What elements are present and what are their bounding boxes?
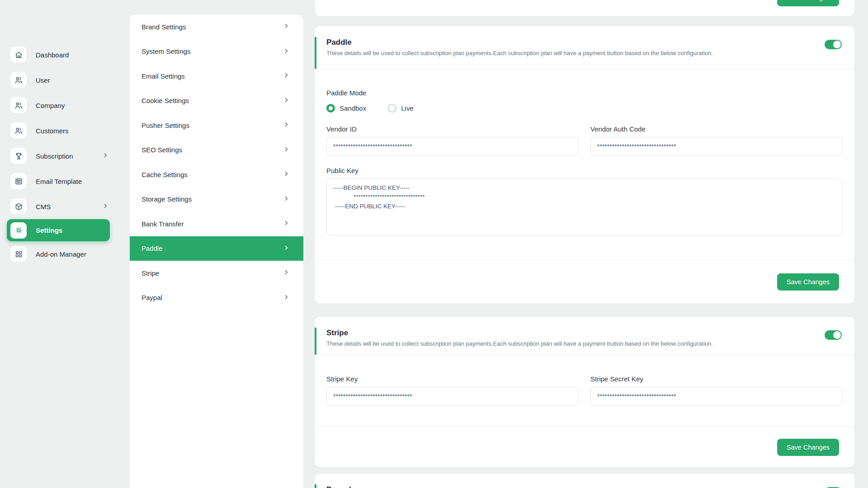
sidebar-item-email-template[interactable]: Email Template: [0, 169, 117, 194]
save-button[interactable]: Save Changes: [777, 0, 839, 6]
sidebar-item-label: Add-on Manager: [36, 250, 86, 258]
card-title: Paddle: [326, 38, 811, 47]
sidebar-item-customers[interactable]: Customers: [0, 118, 117, 143]
paddle-card: Paddle These details will be used to col…: [315, 26, 854, 304]
chevron-right-icon: [283, 195, 289, 203]
main-sidebar-list: Dashboard User Company Customers: [0, 42, 130, 267]
chevron-right-icon: [283, 47, 289, 56]
paddle-save-button[interactable]: Save Changes: [777, 273, 839, 291]
public-key-label: Public Key: [326, 167, 843, 174]
settings-nav-pusher-settings[interactable]: Pusher Settings: [130, 113, 303, 138]
radio-checked-icon: [326, 104, 335, 113]
vendor-auth-code-field-group: Vendor Auth Code: [590, 125, 843, 156]
settings-nav-storage-settings[interactable]: Storage Settings: [130, 187, 303, 212]
card-accent-bar: [315, 37, 316, 69]
settings-nav-bank-transfer[interactable]: Bank Transfer: [130, 211, 303, 236]
chevron-right-icon: [283, 220, 289, 228]
stripe-key-label: Stripe Key: [326, 375, 579, 383]
stripe-card: Stripe These details will be used to col…: [315, 317, 854, 467]
radio-unchecked-icon: [388, 104, 396, 113]
toggle-knob: [833, 331, 841, 339]
paddle-card-header: Paddle These details will be used to col…: [315, 26, 854, 69]
stripe-secret-key-label: Stripe Secret Key: [590, 375, 843, 383]
sidebar-item-cms[interactable]: CMS: [0, 194, 117, 219]
chevron-right-icon: [103, 152, 108, 160]
chevron-right-icon: [283, 72, 289, 80]
trophy-icon: [10, 148, 27, 164]
paddle-mode-label: Paddle Mode: [326, 89, 843, 97]
settings-nav-stripe[interactable]: Stripe: [130, 261, 303, 286]
sidebar-item-label: Email Template: [36, 178, 82, 185]
radio-label: Sandbox: [340, 104, 366, 112]
gear-icon: [10, 222, 27, 239]
chevron-right-icon: [283, 269, 289, 277]
users-icon: [10, 122, 27, 139]
settings-nav-label: Storage Settings: [142, 195, 192, 203]
settings-nav-email-settings[interactable]: Email Settings: [130, 64, 303, 89]
stripe-enable-toggle[interactable]: [825, 330, 842, 340]
settings-nav-label: Paddle: [142, 244, 163, 252]
stripe-save-button[interactable]: Save Changes: [777, 439, 839, 456]
settings-nav-cache-settings[interactable]: Cache Settings: [130, 162, 303, 187]
chevron-right-icon: [283, 121, 289, 129]
sidebar-item-label: Dashboard: [36, 51, 69, 59]
stripe-key-input[interactable]: [326, 387, 579, 406]
toggle-knob: [833, 41, 841, 48]
radio-label: Live: [401, 104, 414, 112]
chevron-right-icon: [283, 23, 289, 31]
previous-card-partial: Save Changes: [315, 0, 854, 16]
chevron-right-icon: [283, 146, 289, 154]
main-sidebar: Dashboard User Company Customers: [0, 0, 130, 488]
chevron-right-icon: [283, 294, 289, 302]
chevron-right-icon: [283, 170, 289, 178]
paddle-card-body: Paddle Mode Sandbox Live Vendor ID: [315, 69, 854, 260]
settings-subnav: Brand Settings System Settings Email Set…: [130, 14, 303, 488]
paddle-enable-toggle[interactable]: [825, 40, 842, 49]
sidebar-item-label: Settings: [36, 226, 62, 234]
stripe-header-text: Stripe These details will be used to col…: [326, 328, 825, 347]
settings-nav-label: Email Settings: [142, 72, 185, 80]
settings-nav-label: Bank Transfer: [142, 220, 184, 228]
stripe-secret-key-field-group: Stripe Secret Key: [590, 375, 843, 406]
sidebar-item-label: CMS: [36, 203, 51, 211]
stripe-key-field-group: Stripe Key: [326, 375, 579, 406]
paddle-mode-sandbox-radio[interactable]: Sandbox: [326, 104, 366, 113]
main-content: Save Changes Paddle These details will b…: [315, 0, 854, 488]
settings-nav-system-settings[interactable]: System Settings: [130, 39, 303, 64]
paypal-header-text: Paypal: [326, 485, 825, 488]
card-title: Stripe: [326, 328, 811, 338]
sidebar-item-subscription[interactable]: Subscription: [0, 143, 117, 169]
cube-icon: [10, 198, 27, 215]
settings-nav-label: Brand Settings: [142, 23, 186, 31]
paddle-mode-radio-group: Sandbox Live: [326, 104, 843, 113]
settings-nav-label: System Settings: [142, 47, 190, 55]
vendor-auth-code-input[interactable]: [590, 137, 843, 156]
stripe-secret-key-input[interactable]: [590, 387, 843, 406]
settings-nav-paypal[interactable]: Paypal: [130, 286, 303, 310]
public-key-textarea[interactable]: -----BEGIN PUBLIC KEY----- *************…: [326, 178, 843, 235]
settings-nav-cookie-settings[interactable]: Cookie Settings: [130, 89, 303, 113]
vendor-auth-code-label: Vendor Auth Code: [590, 125, 843, 133]
settings-nav-paddle[interactable]: Paddle: [130, 236, 303, 261]
stripe-card-header: Stripe These details will be used to col…: [315, 317, 854, 355]
settings-nav-brand-settings[interactable]: Brand Settings: [130, 14, 303, 39]
settings-nav-seo-settings[interactable]: SEO Settings: [130, 138, 303, 163]
settings-nav-label: Cookie Settings: [142, 97, 189, 104]
stripe-fields: Stripe Key Stripe Secret Key: [326, 375, 843, 406]
vendor-id-field-group: Vendor ID: [326, 125, 579, 156]
sidebar-item-user[interactable]: User: [0, 67, 117, 93]
settings-nav-label: Cache Settings: [142, 171, 188, 178]
sidebar-item-dashboard[interactable]: Dashboard: [0, 42, 117, 67]
paddle-mode-live-radio[interactable]: Live: [388, 104, 414, 113]
card-accent-bar: [315, 484, 316, 488]
users-icon: [10, 97, 27, 113]
sidebar-item-addon-manager[interactable]: Add-on Manager: [0, 241, 117, 267]
users-icon: [10, 72, 27, 88]
paddle-card-footer: Save Changes: [315, 260, 854, 304]
screen: Dashboard User Company Customers: [0, 0, 868, 488]
sidebar-item-label: User: [36, 76, 50, 84]
sidebar-item-settings[interactable]: Settings: [7, 219, 110, 241]
card-subtitle: These details will be used to collect su…: [326, 340, 811, 347]
vendor-id-input[interactable]: [326, 137, 579, 156]
sidebar-item-company[interactable]: Company: [0, 93, 117, 118]
